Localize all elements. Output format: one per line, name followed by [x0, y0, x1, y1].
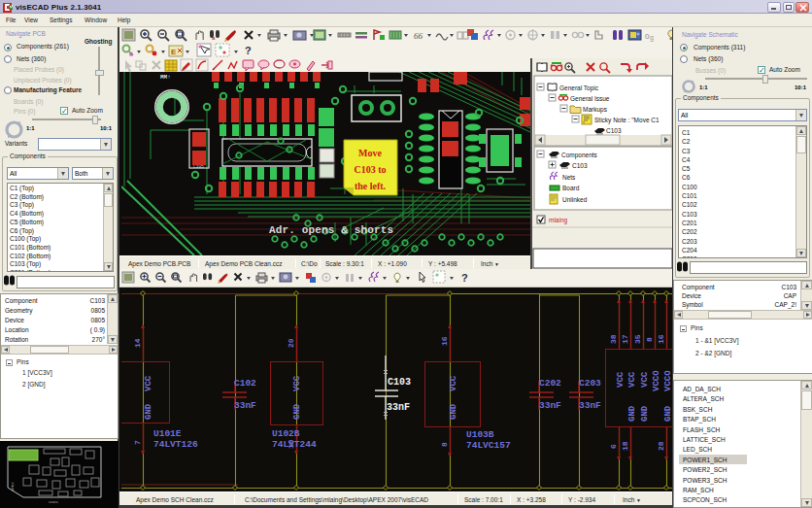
svg-text:VCC: VCC [627, 371, 637, 388]
svg-text:C103: C103 [388, 377, 411, 388]
svg-text:17: 17 [621, 334, 629, 344]
svg-text:VCC: VCC [292, 375, 302, 391]
svg-text:C202: C202 [539, 378, 561, 389]
svg-text:74LVC157: 74LVC157 [466, 440, 511, 451]
svg-text:33nF: 33nF [539, 400, 561, 411]
svg-text:VCCO: VCCO [652, 370, 661, 391]
svg-text:20: 20 [287, 338, 295, 348]
svg-text:18: 18 [621, 441, 629, 451]
svg-text:74LVT126: 74LVT126 [153, 439, 198, 450]
svg-text:General Topic: General Topic [559, 85, 599, 92]
svg-text:33nF: 33nF [387, 402, 410, 413]
svg-text:33nF: 33nF [234, 400, 256, 411]
svg-text:8: 8 [645, 337, 654, 342]
svg-text:7: 7 [133, 440, 142, 445]
svg-text:?: ? [245, 45, 252, 56]
svg-text:g: g [650, 34, 654, 42]
svg-text:the left.: the left. [355, 181, 387, 191]
svg-text:MM↑: MM↑ [160, 74, 171, 81]
svg-text:16: 16 [440, 336, 449, 346]
svg-text:Move: Move [358, 148, 382, 158]
svg-text:VCC: VCC [449, 375, 458, 391]
svg-text:GND: GND [640, 405, 650, 422]
svg-text:VCC: VCC [616, 371, 626, 388]
svg-text:Unlinked: Unlinked [562, 196, 588, 203]
svg-text:Markups: Markups [583, 106, 608, 114]
svg-text:33nF: 33nF [579, 400, 601, 411]
svg-text:GND: GND [144, 403, 153, 420]
svg-text:Adr. opens & shorts: Adr. opens & shorts [269, 224, 393, 236]
svg-text:U102B: U102B [272, 428, 300, 439]
svg-text:C103 to: C103 to [354, 164, 386, 175]
svg-text:8: 8 [440, 442, 449, 447]
svg-text:Components: Components [561, 152, 598, 159]
svg-text:6: 6 [609, 444, 618, 449]
svg-text:U101E: U101E [153, 428, 182, 439]
svg-text:C102: C102 [234, 378, 256, 389]
svg-text:Nets: Nets [562, 174, 576, 181]
svg-text:a: a [212, 35, 216, 41]
svg-text:GND: GND [627, 405, 637, 422]
svg-text:?: ? [461, 272, 468, 284]
svg-text:35: 35 [633, 334, 642, 344]
svg-text:66: 66 [414, 31, 423, 41]
svg-text:C103: C103 [572, 162, 588, 169]
svg-text:16: 16 [657, 334, 665, 344]
svg-text:General Issue: General Issue [570, 95, 610, 102]
svg-text:38: 38 [609, 334, 618, 344]
svg-text:GND: GND [663, 405, 672, 422]
svg-text:APEX: APEX [11, 482, 15, 491]
svg-text:uuuu: uuuu [49, 500, 58, 504]
svg-text:C103: C103 [606, 127, 622, 134]
svg-text:Board: Board [562, 185, 580, 191]
svg-text:E: E [171, 48, 177, 56]
svg-text:VCC: VCC [144, 375, 153, 391]
svg-text:74LVT244: 74LVT244 [272, 439, 317, 450]
svg-text:VCC: VCC [640, 371, 650, 388]
svg-text:mlaing: mlaing [549, 217, 568, 224]
svg-text:U103B: U103B [466, 429, 494, 440]
svg-text:GND: GND [449, 403, 458, 420]
svg-text:Sticky Note : "Move C1: Sticky Note : "Move C1 [594, 117, 660, 124]
svg-text:28: 28 [657, 441, 665, 451]
svg-text:14: 14 [133, 338, 142, 348]
svg-text:C203: C203 [579, 378, 601, 389]
svg-text:VCCO: VCCO [663, 370, 672, 391]
svg-text:GND: GND [292, 403, 302, 420]
